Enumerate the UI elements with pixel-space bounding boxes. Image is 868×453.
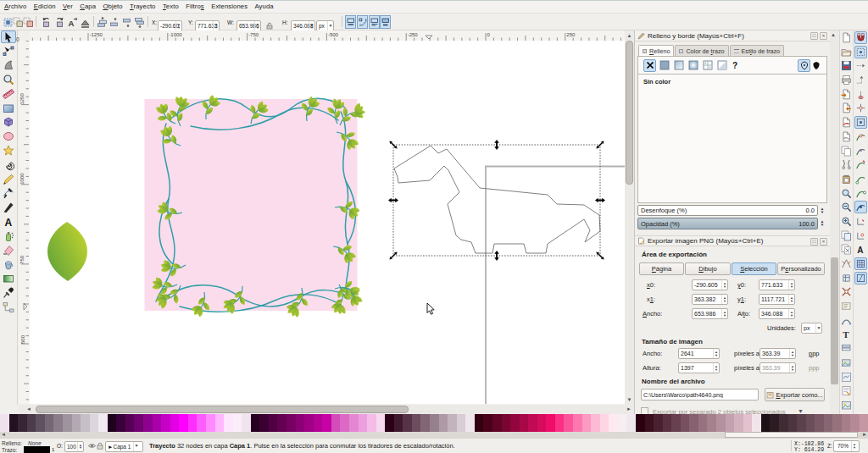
- svg-text:T: T: [843, 329, 849, 340]
- svg-text:A: A: [5, 216, 13, 228]
- svg-text:A: A: [69, 19, 75, 28]
- svg-text:A: A: [857, 246, 863, 255]
